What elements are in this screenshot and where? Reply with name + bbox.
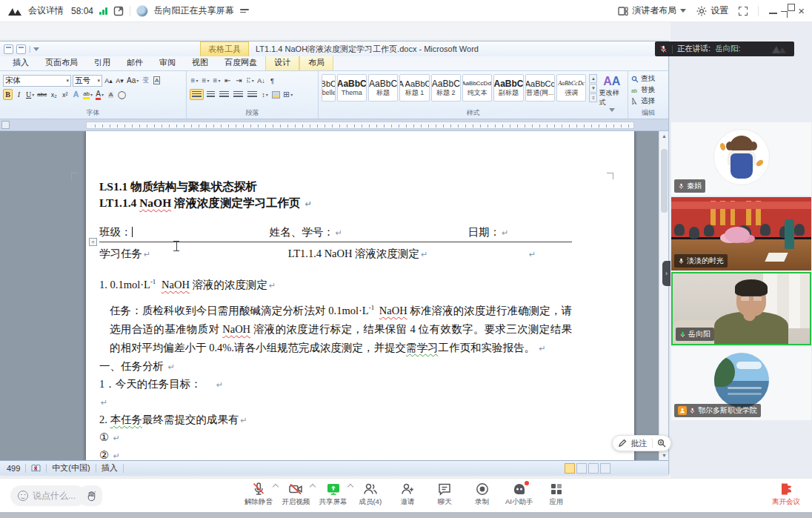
style-card[interactable]: AaBbC副标题 — [493, 74, 523, 102]
participant-tile-active-speaker[interactable]: 岳向阳 — [671, 272, 811, 345]
sort-icon[interactable] — [256, 75, 266, 86]
text-effects-icon[interactable] — [71, 89, 81, 100]
close-button[interactable]: × — [798, 5, 805, 16]
horizontal-ruler[interactable] — [0, 119, 668, 131]
style-card[interactable]: AaBbCcDc强调 — [556, 74, 586, 102]
highlight-color-icon[interactable] — [82, 89, 93, 100]
quick-access-toolbar[interactable]: | — [0, 44, 39, 54]
font-color-icon[interactable] — [95, 89, 104, 100]
popout-icon[interactable] — [113, 6, 124, 16]
participant-tile[interactable]: 鄂尔多斯职业学院 — [671, 347, 811, 420]
tab-review[interactable]: 审阅 — [151, 56, 184, 70]
character-border-icon[interactable] — [152, 75, 162, 86]
show-marks-icon[interactable] — [267, 75, 277, 86]
style-card[interactable]: AaBbC标题 — [368, 74, 398, 102]
start-video-button[interactable]: 开启视频 — [282, 482, 310, 511]
insert-mode-indicator[interactable]: 插入 — [96, 462, 123, 474]
line-spacing-icon[interactable] — [260, 89, 270, 100]
font-name-combo[interactable]: 宋体▾ — [3, 75, 71, 87]
asian-layout-icon[interactable] — [245, 75, 255, 86]
change-styles-button[interactable]: AA 更改样式 — [599, 74, 625, 112]
increase-indent-icon[interactable] — [234, 75, 244, 86]
change-case-icon[interactable] — [126, 75, 139, 86]
doc-header-table[interactable]: + 班级： 姓名、学号：↵ 日期：↵ 学习任务↵ LT1.1.4 NaOH 溶液… — [99, 223, 572, 265]
subscript-icon[interactable] — [49, 89, 59, 100]
distribute-icon[interactable] — [246, 90, 259, 99]
word-count[interactable]: 499 — [1, 464, 25, 473]
scrollbar-thumb[interactable] — [661, 149, 668, 213]
chevron-up-icon[interactable] — [310, 484, 316, 490]
apps-button[interactable]: 应用 — [542, 482, 570, 511]
enclose-characters-icon[interactable] — [117, 89, 127, 100]
sidebar-collapse-handle[interactable]: › — [662, 261, 670, 286]
tab-mailings[interactable]: 邮件 — [119, 56, 151, 70]
table-row[interactable]: 班级： 姓名、学号：↵ 日期：↵ — [99, 223, 572, 242]
document-page[interactable]: LS1.1 物质结构与聚集状态探析 LT1.1.4 NaOH 溶液浓度测定学习工… — [86, 131, 634, 460]
bullets-icon[interactable] — [190, 75, 199, 86]
minimize-button[interactable] — [769, 6, 777, 16]
annotate-label[interactable]: 批注 — [631, 438, 648, 449]
style-card[interactable]: AaBbCcDTabelle... — [322, 74, 336, 102]
superscript-icon[interactable] — [60, 89, 70, 100]
layout-switcher[interactable]: 演讲者布局 — [618, 4, 686, 17]
tab-stop-selector[interactable] — [1, 121, 10, 129]
leave-meeting-button[interactable]: 离开会议 — [772, 482, 800, 507]
tab-table-layout[interactable]: 布局 — [299, 55, 333, 70]
tab-view[interactable]: 视图 — [184, 56, 216, 70]
share-screen-button[interactable]: 共享屏幕 — [319, 482, 347, 511]
tab-table-design[interactable]: 设计 — [265, 55, 299, 70]
participant-tile[interactable]: 淡淡的时光 — [671, 197, 811, 270]
document-viewport[interactable]: LS1.1 物质结构与聚集状态探析 LT1.1.4 NaOH 溶液浓度测定学习工… — [0, 131, 668, 460]
phonetic-guide-icon[interactable] — [141, 75, 150, 86]
shrink-font-icon[interactable] — [115, 75, 124, 86]
decrease-indent-icon[interactable] — [223, 75, 233, 86]
bold-icon[interactable] — [3, 89, 13, 100]
underline-icon[interactable] — [25, 89, 35, 100]
tab-insert[interactable]: 插入 — [4, 56, 37, 70]
style-card[interactable]: AaBbC标题 2 — [431, 74, 461, 102]
grow-font-icon[interactable] — [104, 75, 113, 86]
font-size-combo[interactable]: 五号▾ — [73, 75, 102, 87]
italic-icon[interactable] — [14, 89, 24, 100]
tab-references[interactable]: 引用 — [86, 56, 119, 70]
emoji-icon[interactable] — [18, 491, 28, 501]
invite-button[interactable]: 邀请 — [393, 482, 422, 511]
record-button[interactable]: 录制 — [468, 482, 496, 511]
shading-icon[interactable] — [271, 89, 281, 100]
settings-button[interactable]: 设置 — [696, 4, 728, 17]
meeting-details-link[interactable]: 会议详情 — [28, 4, 64, 17]
ai-assistant-button[interactable]: AI小助手 — [505, 482, 533, 511]
multilevel-list-icon[interactable] — [212, 75, 222, 86]
chat-input[interactable]: 说点什么... — [10, 485, 86, 506]
fullscreen-icon[interactable] — [739, 7, 748, 16]
borders-icon[interactable] — [282, 89, 293, 100]
tab-baidu-netdisk[interactable]: 百度网盘 — [216, 56, 265, 70]
style-card[interactable]: AaBbCThema — [337, 74, 367, 102]
raise-hand-button[interactable] — [80, 485, 102, 506]
language-indicator[interactable]: 中文(中国) — [47, 462, 95, 474]
numbering-icon[interactable] — [201, 75, 210, 86]
unmute-button[interactable]: 解除静音 — [244, 482, 273, 511]
share-options-icon[interactable] — [240, 7, 249, 14]
view-switcher[interactable] — [565, 463, 610, 474]
align-right-icon[interactable] — [218, 90, 230, 99]
tab-page-layout[interactable]: 页面布局 — [37, 56, 86, 70]
participant-tile[interactable]: 秦娟 — [671, 122, 811, 196]
save-icon[interactable] — [16, 44, 26, 54]
chat-button[interactable]: 聊天 — [430, 482, 459, 511]
vertical-scrollbar[interactable]: ▲ ▼ — [659, 131, 668, 460]
spellcheck-icon[interactable] — [26, 464, 46, 472]
select-button[interactable]: 选择 — [631, 96, 665, 106]
table-row[interactable]: 学习任务↵ LT1.1.4 NaOH 溶液浓度测定↵ ↵ — [99, 242, 572, 265]
style-card[interactable]: AaBbCc普通(网... — [525, 74, 555, 102]
annotation-toolbar[interactable]: 批注 — [612, 435, 671, 451]
replace-button[interactable]: ab 替换 — [631, 85, 665, 95]
print-preview-icon[interactable] — [4, 44, 13, 54]
style-card[interactable]: A AaBbC标题 1 — [399, 74, 429, 102]
table-move-handle[interactable]: + — [89, 238, 97, 246]
justify-icon[interactable] — [232, 90, 244, 99]
strikethrough-icon[interactable] — [36, 89, 47, 100]
find-button[interactable]: 查找 — [631, 74, 665, 84]
chevron-up-icon[interactable] — [347, 484, 353, 490]
chevron-up-icon[interactable] — [273, 484, 279, 490]
